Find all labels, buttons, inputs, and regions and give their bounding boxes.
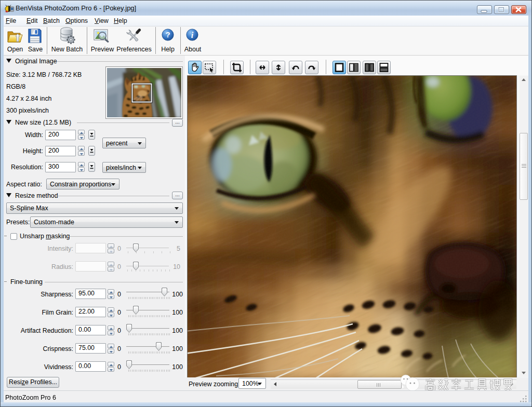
- svg-text:i: i: [191, 31, 194, 39]
- svg-text:?: ?: [165, 30, 170, 39]
